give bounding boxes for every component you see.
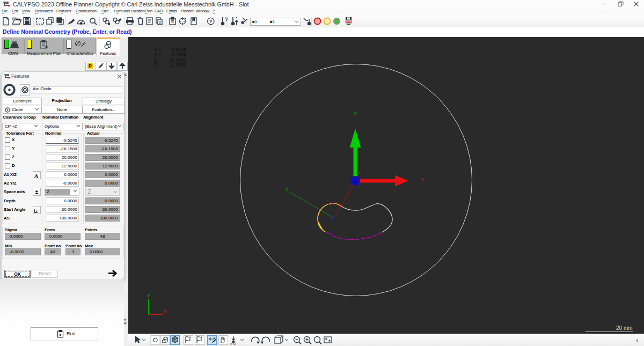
svg-text:Y: Y	[354, 111, 357, 116]
svg-text:Y: Y	[285, 187, 288, 192]
svg-text:Z: Z	[354, 179, 356, 184]
svg-text:Z: Z	[331, 216, 334, 221]
svg-text:XYZ: XYZ	[230, 342, 236, 345]
svg-text:2: 2	[159, 20, 161, 24]
svg-text:X: X	[358, 171, 361, 175]
svg-text:X: X	[421, 177, 424, 182]
svg-text:?: ?	[209, 19, 213, 24]
